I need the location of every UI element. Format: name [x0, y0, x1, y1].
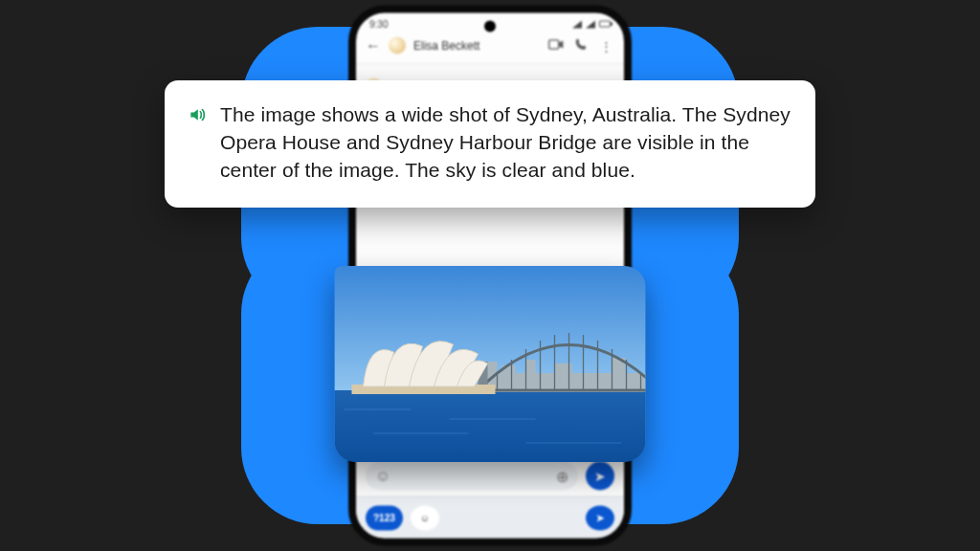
keyboard-emoji-key[interactable]: ☺ [411, 505, 439, 530]
send-button[interactable]: ➤ [586, 462, 614, 491]
video-call-icon[interactable] [547, 38, 565, 53]
speaker-icon[interactable] [188, 105, 207, 185]
svg-rect-6 [526, 360, 536, 375]
chat-header: ← Elisa Beckett ⋮ [356, 32, 624, 65]
more-icon[interactable]: ⋮ [597, 38, 614, 53]
avatar[interactable] [389, 37, 406, 55]
image-description-card: The image shows a wide shot of Sydney, A… [165, 80, 815, 208]
voice-call-icon[interactable] [572, 37, 590, 54]
image-description-text: The image shows a wide shot of Sydney, A… [220, 101, 791, 185]
message-image[interactable] [335, 266, 646, 462]
status-icons [572, 20, 611, 28]
signal-icon [586, 20, 595, 28]
svg-rect-0 [549, 39, 559, 48]
svg-rect-2 [335, 390, 646, 462]
numeric-key[interactable]: ?123 [366, 505, 403, 530]
back-icon[interactable]: ← [366, 37, 381, 55]
status-time: 9:30 [369, 19, 388, 30]
battery-icon [599, 21, 611, 28]
message-input[interactable]: ☺ ⊕ [366, 462, 578, 491]
attach-icon[interactable]: ⊕ [556, 467, 568, 485]
keyboard-suggestion-strip: ?123 ☺ ➤ [356, 496, 624, 539]
emoji-icon[interactable]: ☺ [375, 468, 390, 485]
status-bar: 9:30 [356, 13, 624, 32]
keyboard-send-key[interactable]: ➤ [586, 505, 614, 530]
signal-icon [572, 20, 582, 28]
contact-name[interactable]: Elisa Beckett [413, 39, 540, 53]
bottom-area: ☺ ⊕ ➤ ?123 ☺ ➤ [356, 456, 624, 539]
